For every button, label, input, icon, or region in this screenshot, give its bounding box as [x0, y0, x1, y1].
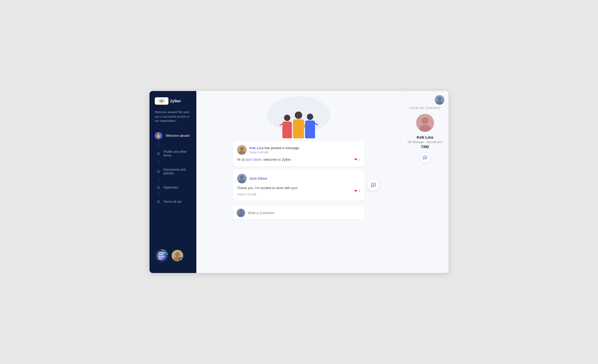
- svg-rect-5: [158, 255, 164, 255]
- messages-container: Keb Lisa has posted a message. Today 5:4…: [233, 141, 365, 220]
- figure-left: [282, 115, 292, 138]
- msg-text-2: Thank you. I'm excited to work with you!…: [237, 185, 298, 196]
- sidebar-logo: Zylker: [150, 97, 196, 110]
- figure-mid: [293, 112, 304, 138]
- msg-like-1[interactable]: ❤ 1: [354, 157, 360, 162]
- svg-point-19: [239, 210, 242, 213]
- sidebar-item-label: Documents and policies: [163, 168, 191, 175]
- message-header-1: Keb Lisa has posted a message. Today 5:4…: [237, 145, 360, 155]
- nav-dot-5: [157, 200, 160, 203]
- comment-avatar: [237, 209, 245, 217]
- welcome-illustration: [262, 96, 336, 138]
- nav-connector-4: [158, 192, 159, 197]
- progress-circle: [155, 249, 168, 262]
- msg-meta-2: Jack Oliver: [249, 176, 360, 181]
- svg-point-22: [422, 117, 428, 124]
- hr-chat-button[interactable]: [420, 153, 430, 163]
- main-content: Keb Lisa has posted a message. Today 5:4…: [196, 91, 401, 273]
- comment-area: [233, 206, 365, 220]
- message-card-1: Keb Lisa has posted a message. Today 5:4…: [233, 141, 365, 166]
- sidebar-tagline: Welcome aboard! We wish you a successful…: [150, 110, 196, 129]
- sidebar-item-done[interactable]: You're all set: [150, 197, 196, 206]
- app-name: Zylker: [170, 99, 181, 103]
- comment-input[interactable]: [248, 211, 361, 215]
- nav-connector-2: [158, 160, 159, 165]
- main-inner: Keb Lisa has posted a message. Today 5:4…: [196, 91, 401, 273]
- sidebar-bottom: [150, 245, 196, 267]
- right-panel: YOUR HR CONTACT Keb Lisa HR Manager - Re…: [401, 91, 448, 273]
- figure-right: [305, 114, 315, 138]
- illus-figures: [282, 112, 315, 138]
- sidebar-item-objectives[interactable]: Objectives: [150, 183, 196, 192]
- msg-main-text: Thank you. I'm excited to work with you!: [237, 185, 298, 191]
- message-header-2: Jack Oliver: [237, 174, 360, 183]
- nav-dot-3: [157, 170, 160, 173]
- svg-point-12: [240, 147, 244, 151]
- chat-float-button[interactable]: [368, 179, 379, 191]
- sidebar-item-welcome[interactable]: ✋ Welcome aboard: [150, 129, 196, 142]
- msg-author-1: Keb Lisa: [249, 146, 263, 150]
- sidebar-item-label: Profile and other forms: [163, 150, 191, 157]
- message-card-2: Jack Oliver Thank you. I'm excited to wo…: [233, 170, 365, 201]
- sidebar-item-profile[interactable]: Profile and other forms: [150, 147, 196, 160]
- msg-author-2: Jack Oliver: [249, 176, 360, 181]
- hr-name: Keb Lisa: [417, 135, 433, 139]
- nav-connector-3: [158, 178, 159, 183]
- svg-point-15: [240, 176, 244, 179]
- msg-body-1: Hi @Jack Oliver, welcome to Zylker. ❤ 1: [237, 157, 360, 162]
- message-2-wrapper: Jack Oliver Thank you. I'm excited to wo…: [233, 170, 365, 201]
- hr-section-label: YOUR HR CONTACT: [409, 107, 441, 110]
- msg-time-2: Today 5:53 AM: [237, 192, 298, 197]
- sidebar-item-label: You're all set: [163, 200, 181, 204]
- msg-body-2: Thank you. I'm excited to work with you!…: [237, 185, 360, 196]
- hr-title: HR Manager - Recruitment: [408, 140, 442, 144]
- svg-point-9: [175, 252, 180, 257]
- sidebar-item-label: Welcome aboard: [166, 134, 190, 138]
- heart-icon-2: ❤: [354, 188, 357, 194]
- mention-link: @Jack Oliver: [241, 158, 262, 161]
- sidebar-item-documents[interactable]: Documents and policies: [150, 165, 196, 178]
- heart-icon-1: ❤: [354, 157, 357, 162]
- user-avatar-bottom[interactable]: [172, 250, 183, 261]
- logo-box: [155, 97, 168, 105]
- svg-rect-6: [158, 256, 165, 257]
- msg-like-2[interactable]: ❤ 1: [354, 188, 360, 194]
- avatar-keb: [237, 145, 247, 155]
- nav-dot-2: [157, 152, 160, 155]
- like-count-1: 1: [358, 157, 360, 162]
- svg-rect-4: [158, 252, 165, 253]
- like-count-2: 1: [358, 189, 360, 193]
- sidebar-item-label: Objectives: [163, 186, 178, 189]
- svg-rect-7: [158, 259, 162, 259]
- sidebar: Zylker Welcome aboard! We wish you a suc…: [150, 91, 196, 273]
- avatar-jack: [237, 174, 247, 183]
- svg-point-20: [238, 214, 244, 217]
- app-container: Zylker Welcome aboard! We wish you a suc…: [150, 91, 448, 273]
- msg-meta-1: Keb Lisa has posted a message. Today 5:4…: [249, 146, 360, 154]
- svg-point-27: [438, 97, 441, 101]
- msg-title-1: Keb Lisa has posted a message.: [249, 146, 360, 150]
- nav-dot-4: [157, 186, 160, 189]
- msg-time-1: Today 5:49 AM: [249, 151, 360, 154]
- nav-connector-1: [158, 142, 159, 147]
- progress-icon: [157, 251, 166, 260]
- hand-icon: ✋: [155, 132, 162, 139]
- hr-extension: 7392: [421, 145, 429, 149]
- hr-avatar: [416, 114, 434, 132]
- msg-text-1: Hi @Jack Oliver, welcome to Zylker.: [237, 157, 292, 162]
- msg-action-1: has posted a message.: [265, 146, 300, 150]
- sidebar-nav: ✋ Welcome aboard Profile and other forms…: [150, 129, 196, 245]
- top-right-user-avatar[interactable]: [435, 95, 444, 105]
